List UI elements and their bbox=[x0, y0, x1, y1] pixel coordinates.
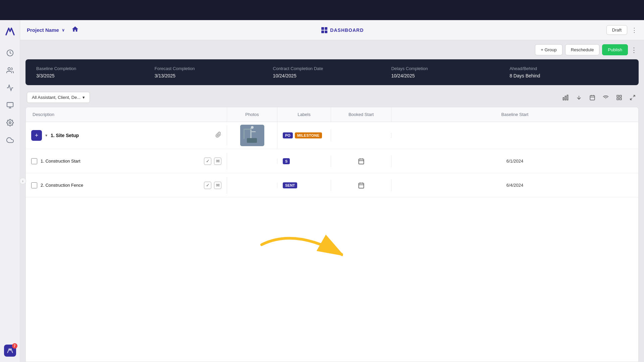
sidebar-item-clock[interactable] bbox=[5, 48, 15, 58]
user-avatar[interactable]: 7 bbox=[4, 345, 16, 357]
col-labels: Labels bbox=[277, 107, 331, 122]
col-description: Description bbox=[26, 107, 227, 122]
mail-action-icon-2[interactable]: ✉ bbox=[214, 182, 221, 189]
fullscreen-view-icon[interactable] bbox=[628, 93, 637, 102]
svg-point-26 bbox=[251, 126, 254, 129]
summary-forecast-completion: Forecast Completion 3/13/2025 bbox=[155, 66, 273, 78]
wifi-view-icon[interactable] bbox=[601, 93, 610, 102]
row-photos-site-setup[interactable] bbox=[227, 122, 277, 149]
sidebar-item-users[interactable] bbox=[5, 66, 15, 75]
contract-completion-value: 10/24/2025 bbox=[273, 73, 391, 78]
check-action-icon[interactable]: ✓ bbox=[204, 158, 211, 165]
filter-row: All Assistant, Client, De... ▾ bbox=[20, 88, 644, 107]
filter-label: All Assistant, Client, De... bbox=[32, 95, 80, 100]
label-po: PO bbox=[283, 132, 293, 138]
ahead-behind-label: Ahead/Behind bbox=[509, 66, 628, 71]
svg-rect-16 bbox=[620, 95, 622, 97]
sidebar-item-monitor[interactable] bbox=[5, 101, 15, 110]
svg-point-1 bbox=[8, 68, 10, 70]
row-checkbox-construction-start[interactable] bbox=[31, 158, 37, 164]
sort-view-icon[interactable] bbox=[574, 93, 584, 102]
baseline-start-date-2: 6/4/2024 bbox=[506, 183, 524, 188]
photo-thumbnail bbox=[240, 125, 264, 146]
svg-rect-8 bbox=[567, 95, 568, 100]
data-table: Description Photos Labels Booked Start B… bbox=[25, 107, 639, 362]
label-milestone: MILESTONE bbox=[295, 132, 322, 138]
summary-contract-completion: Contract Completion Date 10/24/2025 bbox=[273, 66, 391, 78]
row-description-site-setup: + ▾ 1. Site Setup bbox=[26, 125, 227, 145]
delays-completion-label: Delays Completion bbox=[391, 66, 509, 71]
row-description-construction-fence: 2. Construction Fence ✓ ✉ bbox=[26, 177, 227, 194]
mail-action-icon[interactable]: ✉ bbox=[214, 158, 221, 165]
table-header: Description Photos Labels Booked Start B… bbox=[26, 107, 638, 122]
svg-rect-23 bbox=[244, 129, 252, 130]
sidebar: › 7 bbox=[0, 20, 20, 362]
svg-rect-27 bbox=[247, 138, 257, 143]
svg-rect-18 bbox=[620, 98, 622, 100]
row-checkbox-construction-fence[interactable] bbox=[31, 182, 37, 188]
group-button[interactable]: + Group bbox=[535, 44, 562, 55]
svg-rect-7 bbox=[565, 96, 566, 100]
bar-chart-view-icon[interactable] bbox=[561, 93, 570, 102]
app-logo[interactable] bbox=[4, 25, 16, 38]
label-s: S bbox=[283, 158, 290, 164]
contract-completion-label: Contract Completion Date bbox=[273, 66, 391, 71]
header-center: DASHBOARD bbox=[84, 27, 601, 33]
reschedule-button[interactable]: Reschedule bbox=[565, 44, 600, 55]
project-name-label: Project Name bbox=[27, 27, 59, 33]
project-name-selector[interactable]: Project Name ∨ bbox=[27, 27, 65, 33]
publish-button[interactable]: Publish bbox=[602, 44, 628, 55]
row-labels-construction-start: S bbox=[277, 156, 331, 167]
svg-line-19 bbox=[633, 95, 635, 97]
toolbar-more-icon[interactable]: ⋮ bbox=[631, 46, 637, 54]
attachment-icon[interactable] bbox=[215, 132, 221, 139]
row-baseline-site-setup bbox=[391, 133, 638, 138]
svg-rect-17 bbox=[617, 98, 619, 100]
row-baseline-construction-start: 6/1/2024 bbox=[391, 156, 638, 166]
draft-button[interactable]: Draft bbox=[606, 25, 627, 35]
home-icon[interactable] bbox=[71, 25, 79, 35]
col-photos: Photos bbox=[227, 107, 277, 122]
toolbar: + Group Reschedule Publish ⋮ bbox=[20, 40, 644, 59]
calendar-view-icon[interactable] bbox=[588, 93, 597, 102]
delays-completion-value: 10/24/2025 bbox=[391, 73, 509, 78]
sidebar-item-cloud[interactable] bbox=[5, 135, 15, 145]
row-baseline-construction-fence: 6/4/2024 bbox=[391, 180, 638, 190]
row-title-construction-start: 1. Construction Start bbox=[41, 159, 80, 164]
row-labels-construction-fence: SENT bbox=[277, 180, 331, 191]
svg-line-20 bbox=[630, 98, 632, 100]
svg-point-5 bbox=[9, 122, 11, 124]
svg-rect-15 bbox=[617, 95, 619, 97]
svg-rect-10 bbox=[590, 96, 595, 100]
table-row: 2. Construction Fence ✓ ✉ SENT bbox=[26, 173, 638, 197]
ahead-behind-value: 8 Days Behind bbox=[509, 73, 628, 78]
collapse-icon[interactable]: ▾ bbox=[45, 133, 47, 138]
dashboard-label: DASHBOARD bbox=[330, 27, 364, 33]
row-booked-construction-fence bbox=[331, 179, 391, 191]
header-more-icon[interactable]: ⋮ bbox=[631, 26, 637, 34]
grid-view-icon[interactable] bbox=[614, 93, 624, 102]
svg-rect-25 bbox=[252, 131, 256, 132]
sidebar-expand-btn[interactable]: › bbox=[19, 178, 26, 184]
row-title-construction-fence: 2. Construction Fence bbox=[41, 183, 83, 188]
filter-button[interactable]: All Assistant, Client, De... ▾ bbox=[27, 92, 90, 103]
header-right: Draft ⋮ bbox=[606, 25, 637, 35]
summary-bar: Baseline Completion 3/3/2025 Forecast Co… bbox=[25, 59, 639, 85]
sidebar-item-chart[interactable] bbox=[5, 83, 15, 93]
svg-rect-28 bbox=[359, 159, 364, 164]
dashboard-grid-icon bbox=[321, 27, 327, 33]
summary-ahead-behind: Ahead/Behind 8 Days Behind bbox=[509, 66, 628, 78]
check-action-icon-2[interactable]: ✓ bbox=[204, 182, 211, 189]
main-content: Project Name ∨ DASHBOARD Draft ⋮ bbox=[20, 20, 644, 362]
row-labels-site-setup: PO MILESTONE bbox=[277, 130, 331, 141]
row-photos-construction-start bbox=[227, 159, 277, 164]
label-sent: SENT bbox=[283, 182, 297, 188]
view-icons bbox=[561, 93, 637, 102]
svg-rect-2 bbox=[7, 103, 13, 107]
summary-baseline-completion: Baseline Completion 3/3/2025 bbox=[36, 66, 155, 78]
row-title-site-setup: 1. Site Setup bbox=[51, 133, 79, 138]
add-item-button[interactable]: + bbox=[31, 130, 42, 141]
sidebar-item-settings[interactable] bbox=[5, 118, 15, 127]
table-row: + ▾ 1. Site Setup bbox=[26, 122, 638, 149]
content-wrapper: + Group Reschedule Publish ⋮ Baseline Co… bbox=[20, 40, 644, 362]
